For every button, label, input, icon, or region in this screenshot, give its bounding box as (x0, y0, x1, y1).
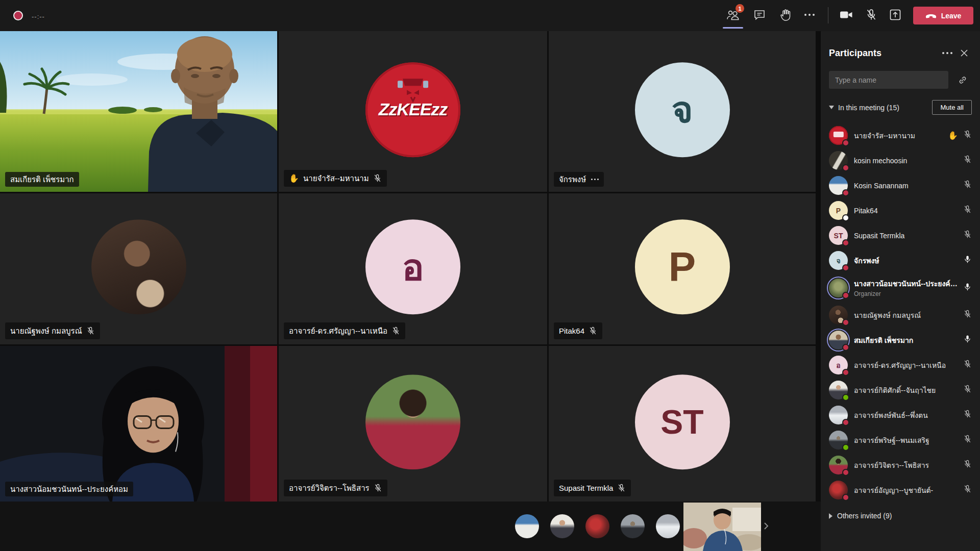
tile-name-label: สมเกียรติ เพ็ชรมาก (5, 172, 79, 187)
participant-row[interactable]: P Pitak64 (829, 198, 972, 223)
mic-icon[interactable] (963, 409, 972, 421)
participant-name: อาจารย์กิติศักดิ์--จันฤาไชย (854, 385, 960, 396)
mic-icon[interactable] (963, 130, 972, 141)
video-tile-organizer[interactable]: นางสาวน้อมชวนันทน์--ประยงค์หอม (0, 346, 277, 502)
tile-participant-name: นางสาวน้อมชวนันทน์--ประยงค์หอม (10, 485, 128, 493)
tile-participant-name: นายจำรัส--มหานาม (303, 174, 369, 182)
mic-icon[interactable] (963, 384, 972, 396)
avatar-logo: ZzKEEzz (365, 62, 460, 157)
participant-row[interactable]: อาจารย์อัญญา--บูชายันต์- (829, 478, 972, 503)
toolbar-divider (828, 7, 828, 23)
mic-muted-icon (391, 326, 400, 336)
participant-row[interactable]: อ อาจารย์-ดร.ศรัญญา--นาเหนือ (829, 353, 972, 378)
participant-row[interactable]: ST Supasit Termkla (829, 223, 972, 248)
mic-icon[interactable] (963, 155, 972, 166)
participant-row[interactable]: kosin mechoosin (829, 148, 972, 173)
tile-name-label: อาจารย์วิจิตรา--โพธิสาร (284, 480, 387, 496)
avatar: P (829, 201, 848, 220)
raised-hand-icon: ✋ (948, 131, 958, 140)
meeting-top-bar: --:-- 1 (0, 0, 980, 31)
live-video-woman (0, 346, 277, 502)
presence-badge (842, 369, 849, 376)
mic-muted-icon (373, 173, 382, 183)
mic-muted-icon (589, 326, 597, 336)
filmstrip-avatar[interactable] (585, 514, 609, 538)
avatar (829, 279, 848, 297)
filmstrip-avatar[interactable] (550, 514, 574, 538)
participant-row[interactable]: สมเกียรติ เพ็ชรมาก (829, 328, 972, 353)
mic-icon[interactable] (963, 205, 972, 216)
more-actions-button[interactable] (797, 0, 822, 30)
self-view-video[interactable] (683, 503, 761, 551)
video-tile-jumrat[interactable]: ZzKEEzz ✋ นายจำรัส--มหานาม (279, 31, 547, 192)
participant-name: สมเกียรติ เพ็ชรมาก (854, 335, 960, 346)
video-tile-nattapong[interactable]: นายณัฐพงษ์ กมลบูรณ์ (0, 193, 277, 344)
mic-icon[interactable] (963, 282, 972, 294)
participant-list: นายจำรัส--มหานาม ✋ kosin mechoosin Kosin… (829, 123, 972, 503)
filmstrip-avatar[interactable] (621, 514, 645, 538)
video-tile-pitak[interactable]: P Pitak64 (549, 193, 816, 344)
tile-name-label: อาจารย์-ดร.ศรัญญา--นาเหนือ (284, 322, 405, 339)
mic-icon[interactable] (963, 434, 972, 446)
panel-more-options-button[interactable] (938, 50, 957, 56)
filmstrip-avatar[interactable] (515, 514, 539, 538)
mic-icon[interactable] (963, 255, 972, 266)
video-tile-somkiat[interactable]: สมเกียรติ เพ็ชรมาก (0, 31, 277, 192)
mic-icon[interactable] (963, 180, 972, 191)
video-tile-wichitra[interactable]: อาจารย์วิจิตรา--โพธิสาร (279, 346, 547, 502)
share-invite-link-button[interactable] (953, 73, 972, 87)
show-participants-button[interactable]: 1 (721, 0, 745, 30)
tile-participant-name: สมเกียรติ เพ็ชรมาก (10, 176, 74, 183)
chat-button[interactable] (747, 0, 772, 30)
video-tile-saranya[interactable]: อ อาจารย์-ดร.ศรัญญา--นาเหนือ (279, 193, 547, 344)
search-participant-input[interactable] (829, 71, 948, 89)
leave-button[interactable]: Leave (913, 7, 973, 24)
virtual-background-ricefield (0, 31, 277, 192)
mic-icon[interactable] (963, 359, 972, 371)
chevron-right-icon (829, 513, 832, 519)
mute-all-button[interactable]: Mute all (932, 100, 972, 115)
presence-badge (842, 494, 849, 501)
share-screen-button[interactable] (883, 0, 908, 30)
raise-hand-button[interactable] (774, 0, 798, 30)
camera-toggle-button[interactable] (834, 0, 859, 30)
video-tile-supasit[interactable]: ST Supasit Termkla (549, 346, 816, 502)
participant-row[interactable]: อาจารย์พงษ์พันธ์--พึ่งตน (829, 403, 972, 428)
filmstrip (0, 502, 821, 551)
video-grid: สมเกียรติ เพ็ชรมาก ZzKEEzz ✋ นายจำรัส--ม… (0, 31, 816, 502)
participant-row[interactable]: นายจำรัส--มหานาม ✋ (829, 123, 972, 148)
mic-icon[interactable] (963, 230, 972, 241)
presence-badge (842, 292, 849, 299)
avatar (829, 381, 848, 399)
avatar-initial-text: P (669, 243, 696, 290)
mic-icon[interactable] (963, 309, 972, 321)
avatar (829, 176, 848, 195)
filmstrip-avatar[interactable] (656, 514, 680, 538)
participant-row[interactable]: นายณัฐพงษ์ กมลบูรณ์ (829, 303, 972, 328)
tile-more-options-icon[interactable] (591, 179, 599, 180)
mic-toggle-button[interactable] (859, 0, 884, 30)
tile-name-label: นายณัฐพงษ์ กมลบูรณ์ (5, 322, 100, 339)
participant-row[interactable]: อาจารย์กิติศักดิ์--จันฤาไชย (829, 378, 972, 403)
presence-badge (842, 344, 849, 351)
participant-row[interactable]: นางสาวน้อมชวนันทน์--ประยงค์หอม Organizer (829, 273, 972, 303)
mic-icon[interactable] (963, 484, 972, 496)
avatar-initial-text: อ (402, 238, 424, 296)
participant-row[interactable]: จ จักรพงษ์ (829, 248, 972, 273)
participant-row[interactable]: Kosin Sanannam (829, 173, 972, 198)
mic-muted-icon (374, 483, 382, 493)
panel-close-button[interactable] (957, 47, 972, 59)
mic-icon[interactable] (963, 459, 972, 471)
participant-row[interactable]: อาจารย์พริษฐ์--พนมเสริฐ (829, 428, 972, 453)
avatar-initial: อ (365, 219, 460, 314)
tile-name-label: ✋ นายจำรัส--มหานาม (284, 170, 387, 187)
section-collapse-chevron-icon[interactable] (829, 106, 834, 109)
mic-icon[interactable] (963, 334, 972, 346)
video-tile-jakkrapong[interactable]: จ จักรพงษ์ (549, 31, 816, 192)
tile-name-label: Supasit Termkla (554, 480, 631, 496)
others-invited-toggle[interactable]: Others invited (9) (829, 512, 972, 520)
avatar-initial-text: จ (671, 80, 693, 139)
avatar-photo (365, 374, 460, 469)
participant-row[interactable]: อาจารย์วิจิตรา--โพธิสาร (829, 453, 972, 478)
filmstrip-expand-chevron-icon[interactable] (764, 522, 769, 532)
